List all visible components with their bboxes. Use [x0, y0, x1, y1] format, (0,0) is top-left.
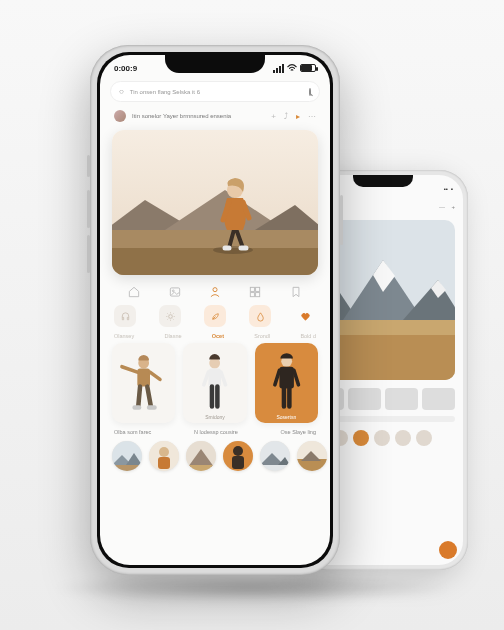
battery-icon	[300, 64, 316, 72]
primary-phone: 0:00:9 ○ Tin onsen flang Selska it 6 Iti…	[90, 45, 340, 575]
svg-point-19	[213, 288, 217, 292]
svg-rect-28	[209, 369, 222, 387]
svg-point-36	[159, 447, 169, 457]
subheader-text: Itin sonelor Yayer brmnsured ensenia	[132, 113, 231, 119]
more-icon[interactable]: ⋯	[308, 112, 316, 121]
svg-rect-14	[112, 248, 318, 275]
tab-grid[interactable]	[246, 285, 264, 299]
svg-rect-43	[232, 456, 244, 469]
status-time: 0:00:9	[114, 64, 137, 73]
stories-row	[112, 441, 318, 471]
card-2[interactable]: Smidony	[183, 343, 246, 423]
cat-2[interactable]: Ocet	[212, 333, 224, 339]
search-bar[interactable]: ○ Tin onsen flang Selska it 6	[110, 81, 320, 102]
tab-profile[interactable]	[206, 285, 224, 299]
svg-rect-22	[251, 293, 255, 297]
subheader: Itin sonelor Yayer brmnsured ensenia + ⤴…	[100, 106, 330, 126]
svg-rect-23	[256, 293, 260, 297]
svg-rect-30	[279, 367, 293, 389]
tab-bar	[114, 285, 316, 299]
svg-point-24	[168, 314, 172, 318]
card-1[interactable]	[112, 343, 175, 423]
search-placeholder: Tin onsen flang Selska it 6	[130, 89, 200, 95]
story[interactable]	[149, 441, 179, 471]
card-3[interactable]: Sosertsn	[255, 343, 318, 423]
story[interactable]	[186, 441, 216, 471]
phone2-thumb[interactable]	[385, 388, 418, 410]
svg-rect-20	[251, 287, 255, 291]
quick-drop[interactable]	[249, 305, 271, 327]
svg-rect-40	[186, 465, 216, 471]
phone2-thumb[interactable]	[348, 388, 381, 410]
cat-4[interactable]: Bold d	[300, 333, 316, 339]
share-icon[interactable]: ⤴	[284, 112, 288, 121]
card-row: Smidony Sosertsn	[112, 343, 318, 423]
caption-0: Olba som farec	[114, 429, 151, 435]
signal-icon	[273, 64, 284, 73]
caption-1: N lodessp cousire	[194, 429, 238, 435]
story[interactable]	[297, 441, 327, 471]
svg-point-18	[172, 290, 174, 292]
hero-image[interactable]	[112, 130, 318, 275]
story[interactable]	[112, 441, 142, 471]
card-3-caption: Sosertsn	[255, 414, 318, 420]
caption-2: Ose Slaye ling	[281, 429, 316, 435]
category-row: Olansey Dlasne Ocet Srondl Bold d	[114, 333, 316, 339]
play-icon[interactable]: ▸	[296, 112, 300, 121]
card-2-caption: Smidony	[183, 414, 246, 420]
cat-0[interactable]: Olansey	[114, 333, 134, 339]
quick-actions	[114, 305, 316, 327]
quick-leaf[interactable]	[204, 305, 226, 327]
story[interactable]	[223, 441, 253, 471]
search-icon[interactable]	[309, 88, 311, 96]
phone2-fab[interactable]	[439, 541, 457, 559]
svg-rect-34	[112, 465, 142, 471]
plus-icon[interactable]: +	[271, 112, 276, 121]
svg-rect-37	[158, 457, 170, 469]
card-captions: Olba som farec N lodessp cousire Ose Sla…	[114, 429, 316, 435]
tab-home[interactable]	[125, 285, 143, 299]
avatar[interactable]	[114, 110, 126, 122]
tab-gallery[interactable]	[166, 285, 184, 299]
cat-1[interactable]: Dlasne	[164, 333, 181, 339]
quick-sun[interactable]	[159, 305, 181, 327]
phone2-thumb[interactable]	[422, 388, 455, 410]
svg-rect-26	[137, 369, 150, 387]
svg-rect-21	[256, 287, 260, 291]
wifi-icon	[287, 64, 297, 72]
story[interactable]	[260, 441, 290, 471]
svg-point-42	[233, 446, 243, 456]
quick-like[interactable]	[294, 305, 316, 327]
cat-3[interactable]: Srondl	[254, 333, 270, 339]
quick-headphones[interactable]	[114, 305, 136, 327]
tab-bookmark[interactable]	[287, 285, 305, 299]
